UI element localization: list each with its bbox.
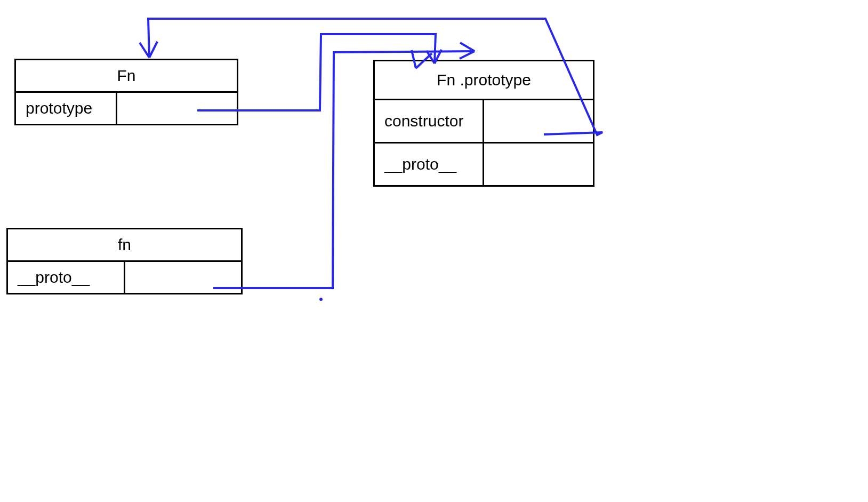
- box-fn-prototype-proto-label: __proto__: [375, 144, 484, 185]
- box-fn-prototype-constructor-label: constructor: [375, 100, 484, 142]
- box-fn-instance-row-proto: __proto__: [8, 262, 241, 293]
- box-fn-instance: fn __proto__: [6, 228, 243, 294]
- box-fn-instance-title: fn: [8, 229, 241, 262]
- box-fn-prototype-row-constructor: constructor: [375, 100, 593, 144]
- box-fn-title: Fn: [16, 60, 237, 93]
- box-fn-prototype-row-proto: __proto__: [375, 144, 593, 185]
- box-fn-prototype-value: [117, 93, 237, 124]
- box-fn-instance-proto-label: __proto__: [8, 262, 125, 293]
- arrowhead-2: [460, 43, 475, 59]
- box-fn-prototype-constructor-value: [484, 100, 593, 142]
- box-fn-prototype-title: Fn .prototype: [375, 61, 593, 100]
- dot: [319, 298, 323, 301]
- arrowhead-3: [140, 42, 157, 58]
- box-fn-prototype: Fn .prototype constructor __proto__: [373, 60, 594, 187]
- box-fn-prototype-label: prototype: [16, 93, 117, 124]
- box-fn-instance-proto-value: [125, 262, 241, 293]
- box-fn-row-prototype: prototype: [16, 93, 237, 124]
- box-fn: Fn prototype: [14, 59, 238, 125]
- box-fn-prototype-proto-value: [484, 144, 593, 185]
